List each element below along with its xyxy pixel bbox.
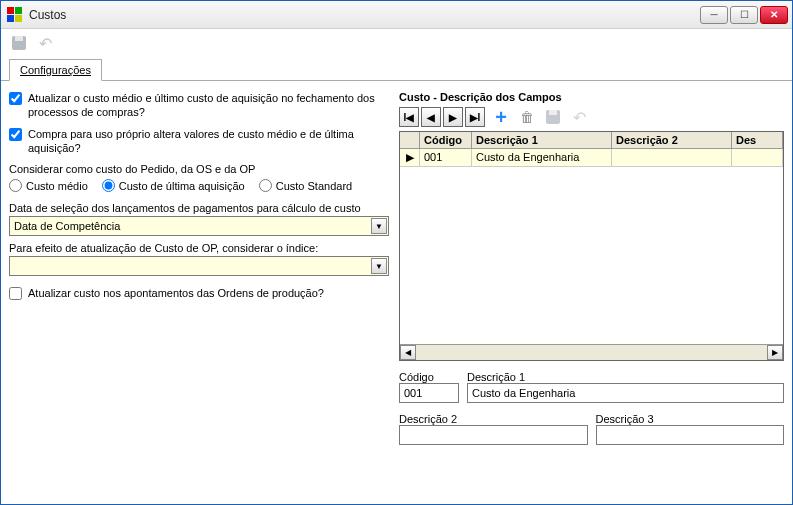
add-record-button[interactable]: + [491, 107, 511, 127]
minimize-button[interactable]: ─ [700, 6, 728, 24]
chk-atualizar-custo-medio[interactable] [9, 92, 22, 105]
undo-button[interactable]: ↶ [35, 33, 55, 53]
save-button[interactable] [9, 33, 29, 53]
chevron-down-icon: ▼ [371, 218, 387, 234]
radio-custo-standard[interactable] [259, 179, 272, 192]
grid-header: Código Descrição 1 Descrição 2 Des [400, 132, 783, 149]
cost-group-label: Considerar como custo do Pedido, da OS e… [9, 163, 389, 175]
grid-body[interactable]: ▶ 001 Custo da Engenharia [400, 149, 783, 344]
row-indicator-icon: ▶ [400, 149, 420, 166]
tab-bar: Configurações [1, 57, 792, 81]
radio-custo-medio-label: Custo médio [26, 180, 88, 192]
chk-atualizar-apontamentos[interactable] [9, 287, 22, 300]
grid-row[interactable]: ▶ 001 Custo da Engenharia [400, 149, 783, 167]
main-toolbar: ↶ [1, 29, 792, 57]
radio-custo-ultima-label: Custo de última aquisição [119, 180, 245, 192]
titlebar[interactable]: Custos ─ ☐ ✕ [1, 1, 792, 29]
grid-header-d3[interactable]: Des [732, 132, 783, 148]
maximize-button[interactable]: ☐ [730, 6, 758, 24]
section-title: Custo - Descrição dos Campos [399, 91, 784, 103]
next-record-button[interactable]: ▶ [443, 107, 463, 127]
grid: Código Descrição 1 Descrição 2 Des ▶ 001… [399, 131, 784, 361]
cell-d1[interactable]: Custo da Engenharia [472, 149, 612, 166]
edit-d3-label: Descrição 3 [596, 413, 785, 425]
edit-d1-input[interactable] [467, 383, 784, 403]
cell-d3[interactable] [732, 149, 783, 166]
close-button[interactable]: ✕ [760, 6, 788, 24]
cell-d2[interactable] [612, 149, 732, 166]
save-icon [546, 110, 560, 124]
grid-header-d1[interactable]: Descrição 1 [472, 132, 612, 148]
save-icon [12, 36, 26, 50]
last-record-button[interactable]: ▶I [465, 107, 485, 127]
window-title: Custos [29, 8, 700, 22]
grid-header-codigo[interactable]: Código [420, 132, 472, 148]
grid-h-scrollbar[interactable]: ◀ ▶ [400, 344, 783, 360]
save-record-button[interactable] [543, 107, 563, 127]
grid-header-d2[interactable]: Descrição 2 [612, 132, 732, 148]
scroll-track[interactable] [416, 345, 767, 360]
window-controls: ─ ☐ ✕ [700, 6, 788, 24]
radio-custo-ultima[interactable] [102, 179, 115, 192]
delete-record-button[interactable]: 🗑 [517, 107, 537, 127]
edit-codigo-label: Código [399, 371, 459, 383]
chk-atualizar-apontamentos-label: Atualizar custo nos apontamentos das Ord… [28, 286, 324, 300]
app-window: Custos ─ ☐ ✕ ↶ Configurações Atualizar o… [0, 0, 793, 505]
chk-atualizar-custo-medio-label: Atualizar o custo médio e último custo d… [28, 91, 389, 119]
left-panel: Atualizar o custo médio e último custo d… [9, 91, 389, 494]
combo-indice[interactable]: ▼ [9, 256, 389, 276]
edit-d3-input[interactable] [596, 425, 785, 445]
scroll-right-button[interactable]: ▶ [767, 345, 783, 360]
edit-d2-input[interactable] [399, 425, 588, 445]
combo-data-value: Data de Competência [14, 220, 120, 232]
chk-compra-uso-proprio-label: Compra para uso próprio altera valores d… [28, 127, 389, 155]
chevron-down-icon: ▼ [371, 258, 387, 274]
combo-indice-label: Para efeito de atualização de Custo de O… [9, 242, 389, 254]
undo-record-button[interactable]: ↶ [569, 107, 589, 127]
content-area: Atualizar o custo médio e último custo d… [1, 81, 792, 504]
record-nav-toolbar: I◀ ◀ ▶ ▶I + 🗑 ↶ [399, 107, 784, 127]
cell-codigo[interactable]: 001 [420, 149, 472, 166]
radio-custo-medio[interactable] [9, 179, 22, 192]
combo-data-selecao[interactable]: Data de Competência ▼ [9, 216, 389, 236]
chk-compra-uso-proprio[interactable] [9, 128, 22, 141]
app-icon [7, 7, 23, 23]
edit-d1-label: Descrição 1 [467, 371, 784, 383]
cost-radio-group: Custo médio Custo de última aquisição Cu… [9, 179, 389, 192]
scroll-left-button[interactable]: ◀ [400, 345, 416, 360]
combo-data-label: Data de seleção dos lançamentos de pagam… [9, 202, 389, 214]
edit-codigo-input[interactable] [399, 383, 459, 403]
edit-d2-label: Descrição 2 [399, 413, 588, 425]
tab-configuracoes[interactable]: Configurações [9, 59, 102, 81]
radio-custo-standard-label: Custo Standard [276, 180, 352, 192]
right-panel: Custo - Descrição dos Campos I◀ ◀ ▶ ▶I +… [399, 91, 784, 494]
first-record-button[interactable]: I◀ [399, 107, 419, 127]
prev-record-button[interactable]: ◀ [421, 107, 441, 127]
grid-header-selector[interactable] [400, 132, 420, 148]
